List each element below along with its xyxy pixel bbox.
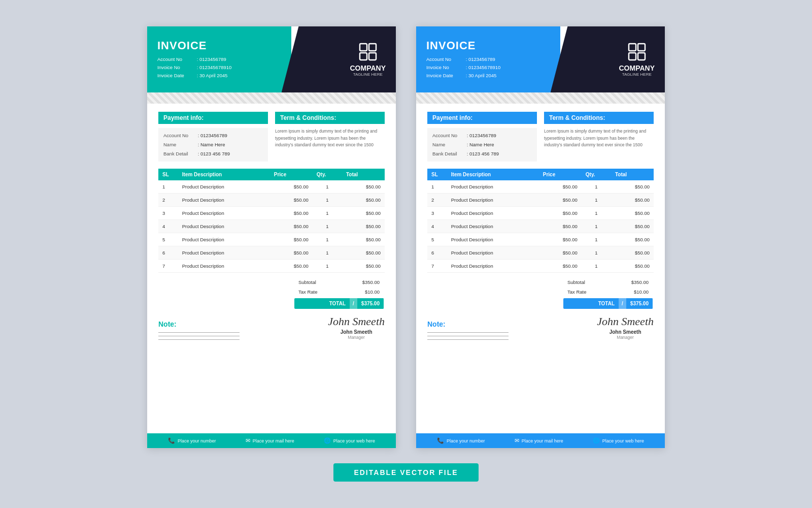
table-row: 7 Product Description $50.00 1 $50.00 [427, 260, 654, 273]
svg-rect-1 [369, 44, 376, 51]
cell-price: $50.00 [270, 233, 313, 246]
invoice-teal: INVOICE Account No : 0123456789 Invoice … [147, 26, 396, 448]
total-label-teal: TOTAL [325, 298, 350, 309]
logo-icon-teal [358, 42, 378, 61]
invoice-table-blue: SL Item Description Price Qty. Total 1 P… [427, 169, 654, 273]
company-logo-teal: COMPANY TAGLINE HERE [350, 42, 386, 77]
cell-total: $50.00 [342, 233, 385, 246]
svg-rect-6 [629, 53, 636, 60]
logo-icon-blue [627, 42, 647, 61]
svg-rect-2 [360, 53, 367, 60]
th-qty-teal: Qty. [313, 169, 342, 180]
bottom-row-teal: Note: John Smeeth John Smeeth Manager [158, 315, 385, 340]
tax-value-blue: $10.00 [610, 288, 653, 296]
cell-price: $50.00 [539, 220, 582, 233]
cell-desc: Product Description [178, 194, 270, 207]
cell-sl: 7 [158, 260, 178, 273]
company-name-blue: COMPANY [619, 64, 655, 73]
note-line-2-teal [158, 336, 240, 336]
table-body-teal: 1 Product Description $50.00 1 $50.00 2 … [158, 180, 385, 273]
invoice-blue: INVOICE Account No : 0123456789 Invoice … [416, 26, 665, 448]
table-row: 3 Product Description $50.00 1 $50.00 [427, 207, 654, 220]
cell-price: $50.00 [539, 246, 582, 260]
phone-icon-teal: 📞 [168, 437, 175, 444]
cell-qty: 1 [582, 194, 611, 207]
cell-sl: 3 [158, 207, 178, 220]
cell-sl: 4 [158, 220, 178, 233]
cell-desc: Product Description [178, 220, 270, 233]
note-line-1-teal [158, 332, 240, 333]
tax-row-blue: Tax Rate $10.00 [563, 288, 653, 296]
cell-total: $50.00 [611, 207, 654, 220]
company-logo-blue: COMPANY TAGLINE HERE [619, 42, 655, 77]
cell-total: $50.00 [611, 220, 654, 233]
invoice-header-teal: INVOICE Account No : 0123456789 Invoice … [147, 26, 396, 92]
cell-desc: Product Description [447, 233, 539, 246]
svg-rect-4 [629, 44, 636, 51]
total-value-teal: $375.00 [357, 298, 384, 309]
cell-desc: Product Description [178, 246, 270, 260]
subtotal-row-blue: Subtotal $350.00 [563, 278, 653, 287]
sig-name-teal: John Smeeth [328, 329, 385, 335]
stripes-teal [147, 92, 396, 104]
footer-email-text-blue: Place your mail here [522, 438, 563, 443]
stripes-blue [416, 92, 665, 104]
cell-sl: 3 [427, 207, 447, 220]
footer-phone-teal: 📞 Place your number [168, 437, 216, 444]
cell-desc: Product Description [447, 180, 539, 194]
sig-script-blue: John Smeeth [597, 315, 654, 328]
cell-total: $50.00 [611, 180, 654, 194]
cell-sl: 5 [427, 233, 447, 246]
th-desc-teal: Item Description [178, 169, 270, 180]
totals-table-teal: Subtotal $350.00 Tax Rate $10.00 TOTAL /… [293, 277, 385, 310]
cell-qty: 1 [582, 260, 611, 273]
total-badge-blue: TOTAL / $375.00 [563, 298, 653, 309]
table-row: 4 Product Description $50.00 1 $50.00 [427, 220, 654, 233]
cell-sl: 7 [427, 260, 447, 273]
terms-section-teal: Term & Conditions: Lorem Ipsum is simply… [275, 112, 385, 162]
table-row: 4 Product Description $50.00 1 $50.00 [158, 220, 385, 233]
cell-total: $50.00 [342, 220, 385, 233]
terms-text-teal: Lorem Ipsum is simply dummy text of the … [275, 128, 385, 149]
note-line-2-blue [427, 336, 509, 336]
cell-sl: 5 [158, 233, 178, 246]
cell-desc: Product Description [447, 260, 539, 273]
footer-phone-text-blue: Place your number [447, 438, 485, 443]
payment-header-blue: Payment info: [427, 112, 537, 124]
cell-qty: 1 [313, 246, 342, 260]
cell-price: $50.00 [270, 194, 313, 207]
footer-web-teal: 🌐 Place your web here [324, 437, 375, 444]
header-right-blue: COMPANY TAGLINE HERE [551, 26, 665, 92]
email-icon-blue: ✉ [515, 437, 519, 444]
payment-section-teal: Payment info: Account No : 0123456789 Na… [158, 112, 268, 162]
cell-price: $50.00 [539, 180, 582, 194]
subtotal-value-teal: $350.00 [341, 278, 384, 287]
cell-sl: 1 [427, 180, 447, 194]
subtotal-value-blue: $350.00 [610, 278, 653, 287]
total-slash-blue: / [619, 298, 626, 309]
company-tagline-blue: TAGLINE HERE [622, 72, 652, 77]
web-icon-teal: 🌐 [324, 437, 331, 444]
cell-desc: Product Description [178, 207, 270, 220]
invoice-meta-blue: Account No : 0123456789 Invoice No : 012… [426, 55, 550, 80]
total-value-blue: $375.00 [626, 298, 653, 309]
note-line-3-blue [427, 339, 509, 340]
footer-email-text-teal: Place your mail here [253, 438, 294, 443]
cell-sl: 6 [158, 246, 178, 260]
cell-qty: 1 [582, 180, 611, 194]
cell-qty: 1 [313, 220, 342, 233]
table-header-row-teal: SL Item Description Price Qty. Total [158, 169, 385, 180]
footer-email-blue: ✉ Place your mail here [515, 437, 563, 444]
cell-qty: 1 [313, 233, 342, 246]
note-section-teal: Note: [158, 320, 240, 340]
signature-section-blue: John Smeeth John Smeeth Manager [597, 315, 654, 340]
cell-total: $50.00 [611, 246, 654, 260]
sig-role-teal: Manager [328, 335, 385, 340]
payment-section-blue: Payment info: Account No : 0123456789 Na… [427, 112, 537, 162]
invoice-footer-teal: 📞 Place your number ✉ Place your mail he… [147, 433, 396, 448]
tax-row-teal: Tax Rate $10.00 [294, 288, 384, 296]
cell-total: $50.00 [611, 260, 654, 273]
note-lines-teal [158, 332, 240, 340]
cell-total: $50.00 [611, 233, 654, 246]
cell-total: $50.00 [611, 194, 654, 207]
